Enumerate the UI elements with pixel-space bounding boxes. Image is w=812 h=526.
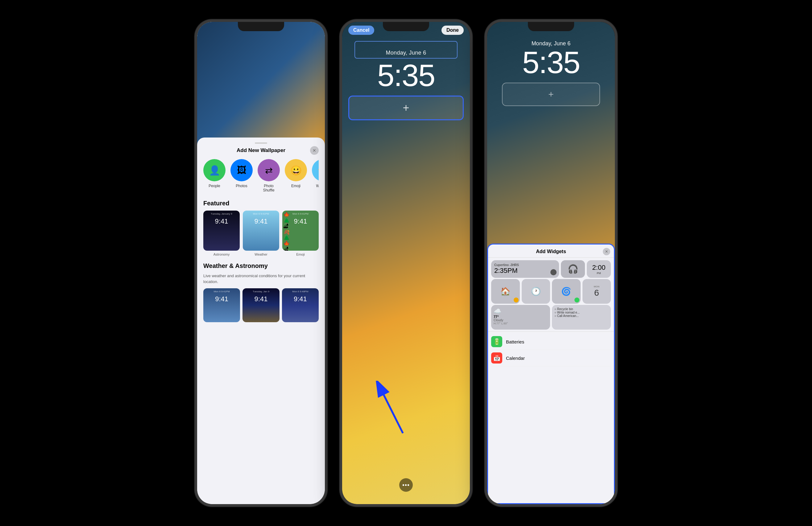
- add-widgets-header: Add Widgets ✕: [488, 244, 614, 258]
- phone3-time: 5:35: [495, 47, 607, 78]
- side-button-left-bottom: [195, 108, 196, 127]
- wt1-time: Mon 6 9:41PM: [214, 290, 230, 293]
- phone3-header: Monday, June 6 5:35 +: [487, 22, 615, 106]
- emoji-clock: 9:41: [294, 217, 307, 225]
- weather-thumb-2[interactable]: Tuesday, Jan 9 9:41: [243, 288, 279, 322]
- wt3-clock: 9:41: [294, 295, 307, 303]
- close-button[interactable]: ✕: [310, 146, 319, 155]
- calendar-date-widget[interactable]: MON 6: [582, 279, 611, 304]
- calendar-label: PM: [597, 272, 601, 275]
- weather-widget-large[interactable]: Cupertino -3HRS 2:35PM: [491, 260, 559, 278]
- emoji-label: Emoji: [296, 253, 305, 256]
- home-widget[interactable]: 🏠: [491, 279, 520, 304]
- weather-thumb: Mon 6 9:41PM 9:41: [243, 211, 279, 251]
- weather-type-icon: ⛅: [312, 159, 319, 181]
- activity-widget[interactable]: 🌀: [552, 279, 581, 304]
- svg-line-1: [381, 390, 403, 433]
- phone2-side-right: [471, 108, 472, 136]
- phone3-plus-icon: +: [548, 89, 554, 100]
- widget-grid-row1: Cupertino -3HRS 2:35PM 🎧 2:00 PM: [488, 258, 614, 279]
- wt1-clock: 9:41: [215, 295, 228, 303]
- phone3-side-left-top: [485, 84, 486, 102]
- emoji-icon: 😀: [285, 159, 307, 181]
- weather-thumb-1[interactable]: Mon 6 9:41PM 9:41: [203, 288, 240, 322]
- plus-icon: +: [403, 102, 409, 115]
- cal-date: 6: [594, 288, 599, 298]
- type-photos[interactable]: 🖼 Photos: [230, 159, 253, 192]
- weather-location: Cupertino -3HRS: [494, 263, 556, 267]
- batteries-app-item[interactable]: 🔋 Batteries: [491, 334, 611, 350]
- phone2-date-container: Monday, June 6: [348, 41, 464, 59]
- calendar-app-item[interactable]: 📅 Calendar: [491, 350, 611, 366]
- batteries-app-label: Batteries: [506, 339, 524, 344]
- sheet-title: Add New Wallpaper: [237, 147, 285, 153]
- reminders-widget[interactable]: ○ Recycle bin ○ Write nomad e... ○ Call …: [552, 305, 611, 330]
- weather-bottom-widget[interactable]: ☁️ 77° Cloudy H:77° L:60°: [491, 305, 550, 330]
- phone1-screen: Add New Wallpaper ✕ 👤 People 🖼 Photos ⇄ …: [197, 22, 325, 504]
- weather-astronomy-grid: Mon 6 9:41PM 9:41 Tuesday, Jan 9 9:41 Mo…: [203, 288, 319, 322]
- people-label: People: [208, 184, 220, 188]
- emoji-thumb: 🍁🌲🏕🍂🌲🍁🏕🎄🍂🌲🍁🏕🌲🍁🎄🍂🍁🌲🏕🍂🌲🍁🏕🎄🍂🌲🍁🏕🌲🍁🎄🍂 Mon 6 9…: [282, 211, 319, 251]
- phone3-side-left-bottom: [485, 108, 486, 127]
- astronomy-thumb: Tuesday, January 9 9:41: [203, 211, 240, 251]
- weather-astronomy-header: Weather & Astronomy: [203, 262, 319, 269]
- phone3-widget-placeholder[interactable]: +: [502, 82, 600, 106]
- weather-astronomy-desc: Live weather and astronomical conditions…: [203, 273, 319, 284]
- calendar-widget-sm[interactable]: 2:00 PM: [587, 260, 611, 278]
- phone2-time: 5:35: [342, 60, 470, 91]
- weather-label: Weather: [255, 253, 267, 256]
- photo-shuffle-label: PhotoShuffle: [263, 184, 274, 192]
- calendar-time: 2:00: [592, 264, 606, 272]
- widget-grid-row2: 🏠 🕐 🌀 MON 6: [488, 279, 614, 305]
- cancel-button[interactable]: Cancel: [348, 26, 374, 35]
- phone2-side-left-top: [340, 84, 341, 102]
- type-emoji[interactable]: 😀 Emoji: [285, 159, 307, 192]
- batteries-app-icon: 🔋: [491, 336, 502, 347]
- weather-thumb-3[interactable]: Mon 6 9:48PM 9:41: [282, 288, 319, 322]
- sheet-handle: [255, 142, 267, 144]
- phone-3: Monday, June 6 5:35 + Add Widgets ✕ Cupe…: [485, 19, 617, 507]
- astronomy-label: Astronomy: [214, 253, 230, 256]
- featured-emoji[interactable]: 🍁🌲🏕🍂🌲🍁🏕🎄🍂🌲🍁🏕🌲🍁🎄🍂🍁🌲🏕🍂🌲🍁🏕🎄🍂🌲🍁🏕🌲🍁🎄🍂 Mon 6 9…: [282, 211, 319, 256]
- weather-bottom-condition: Cloudy: [494, 318, 548, 322]
- done-button[interactable]: Done: [441, 26, 464, 35]
- app-list: 🔋 Batteries 📅 Calendar: [488, 331, 614, 368]
- clock-widget[interactable]: 🕐: [522, 279, 550, 304]
- add-wallpaper-sheet: Add New Wallpaper ✕ 👤 People 🖼 Photos ⇄ …: [197, 137, 325, 504]
- phone2-widget-add-box[interactable]: +: [348, 95, 464, 120]
- photo-shuffle-icon: ⇄: [258, 159, 280, 181]
- featured-astronomy[interactable]: Tuesday, January 9 9:41 Astronomy: [203, 211, 240, 256]
- type-weather[interactable]: ⛅ Weather: [312, 159, 319, 192]
- phone2-side-left-bottom: [340, 108, 341, 127]
- featured-header: Featured: [203, 200, 319, 207]
- arrow-indicator: [375, 381, 412, 436]
- featured-weather[interactable]: Mon 6 9:41PM 9:41 Weather: [243, 211, 279, 256]
- side-button-right: [326, 108, 327, 136]
- more-options-button[interactable]: •••: [399, 478, 413, 492]
- widget-grid-row3: ☁️ 77° Cloudy H:77° L:60° ○ Recycle bin …: [488, 305, 614, 331]
- airpods-widget[interactable]: 🎧: [561, 260, 585, 278]
- weather-cloud-icon: ☁️: [494, 307, 548, 315]
- notch-3: [533, 22, 569, 31]
- phone2-screen: Cancel Done Monday, June 6 5:35 + •••: [342, 22, 470, 504]
- emoji-pattern: 🍁🌲🏕🍂🌲🍁🏕🎄🍂🌲🍁🏕🌲🍁🎄🍂🍁🌲🏕🍂🌲🍁🏕🎄🍂🌲🍁🏕🌲🍁🎄🍂: [282, 211, 319, 251]
- side-button-left-top: [195, 84, 196, 102]
- type-people[interactable]: 👤 People: [203, 159, 226, 192]
- cal-day: MON: [594, 285, 599, 288]
- weather-clock: 9:41: [255, 217, 268, 225]
- sheet-header: Add New Wallpaper ✕: [203, 147, 319, 153]
- emoji-label: Emoji: [291, 184, 301, 188]
- phone2-date-box: Monday, June 6: [354, 41, 458, 59]
- calendar-app-label: Calendar: [506, 356, 525, 361]
- emoji-time: Mon 6 9:41PM: [292, 212, 308, 215]
- wt2-clock: 9:41: [255, 295, 268, 303]
- phone2-date: Monday, June 6: [355, 49, 457, 57]
- weather-bottom-hi-lo: H:77° L:60°: [494, 322, 548, 325]
- phone3-side-right: [616, 108, 617, 136]
- wt3-time: Mon 6 9:48PM: [292, 290, 308, 293]
- type-photo-shuffle[interactable]: ⇄ PhotoShuffle: [258, 159, 280, 192]
- photos-label: Photos: [236, 184, 247, 188]
- photos-icon: 🖼: [230, 159, 253, 181]
- phone3-screen: Monday, June 6 5:35 + Add Widgets ✕ Cupe…: [487, 22, 615, 504]
- add-widgets-close-button[interactable]: ✕: [603, 248, 610, 255]
